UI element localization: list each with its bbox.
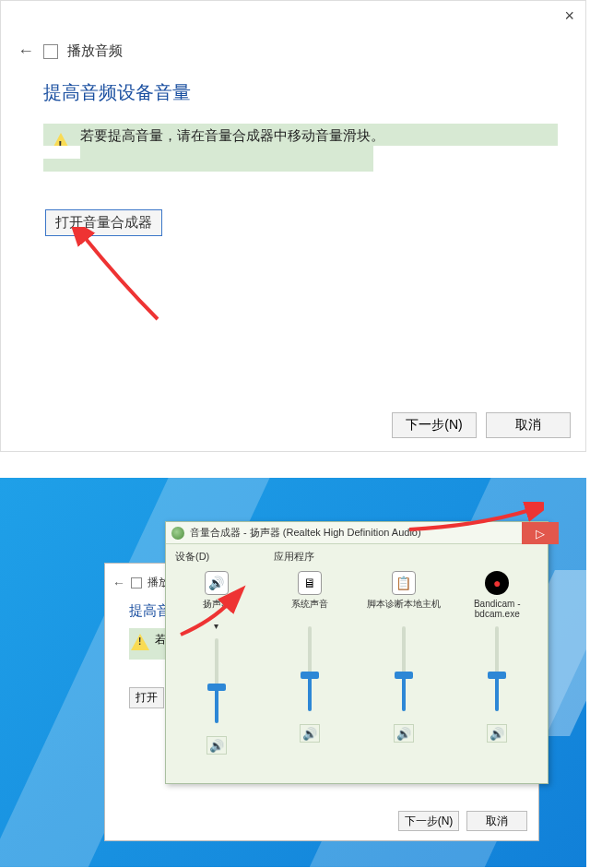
mixer-channel: 📋脚本诊断本地主机🔊 — [367, 571, 441, 755]
dialog-footer: 下一步(N) 取消 — [398, 811, 527, 831]
desktop-scene: ← 播放音 提高音 ! 若 打开 下一步(N) 取消 音量合成器 - 扬声器 (… — [0, 478, 586, 867]
decorative — [43, 146, 80, 159]
open-mixer-button[interactable]: 打开音量合成器 — [45, 209, 162, 236]
annotation-arrow — [56, 227, 176, 328]
mixer-title: 音量合成器 - 扬声器 (Realtek High Definition Aud… — [190, 526, 421, 540]
mute-button[interactable]: 🔊 — [394, 724, 414, 743]
tip-text: 若要提高音量，请在音量合成器中移动音量滑块。 — [80, 127, 384, 145]
section-device-label: 设备(D) — [175, 550, 209, 564]
page-title: 提高音频设备音量 — [43, 80, 558, 105]
section-apps-label: 应用程序 — [274, 550, 314, 564]
next-button[interactable]: 下一步(N) — [392, 412, 477, 438]
volume-slider[interactable] — [308, 626, 312, 711]
dialog-header: ← 播放音频 — [18, 42, 123, 61]
channel-name: 脚本诊断本地主机 — [367, 599, 441, 619]
tip-box: ! 若要提高音量，请在音量合成器中移动音量滑块。 — [43, 124, 558, 172]
channel-name: 系统声音 — [291, 599, 328, 619]
troubleshoot-dialog: × ← 播放音频 提高音频设备音量 ! 若要提高音量，请在音量合成器中移动音量滑… — [0, 0, 586, 452]
volume-slider[interactable] — [402, 626, 406, 711]
speaker-icon[interactable]: 🔊 — [205, 571, 229, 595]
page-icon — [131, 577, 142, 589]
channel-name: Bandicam - bdcam.exe — [460, 599, 534, 619]
cancel-button[interactable]: 取消 — [466, 811, 527, 831]
volume-thumb[interactable] — [207, 684, 226, 691]
channel-name: 扬声器 — [203, 599, 230, 619]
volume-slider[interactable] — [495, 626, 499, 711]
mute-button[interactable]: 🔊 — [300, 724, 320, 743]
volume-mixer-window: 音量合成器 - 扬声器 (Realtek High Definition Aud… — [165, 521, 549, 784]
decorative — [373, 146, 558, 172]
dialog-body: 提高音频设备音量 ! 若要提高音量，请在音量合成器中移动音量滑块。 — [43, 80, 558, 172]
dialog-footer: 下一步(N) 取消 — [392, 412, 571, 438]
bandicam-icon[interactable]: ● — [485, 571, 509, 595]
mixer-channel: 🔊扬声器▾🔊 — [180, 571, 254, 755]
volume-slider[interactable] — [215, 638, 218, 723]
mixer-titlebar[interactable]: 音量合成器 - 扬声器 (Realtek High Definition Aud… — [166, 522, 548, 544]
close-icon[interactable]: × — [564, 6, 574, 26]
script-icon[interactable]: 📋 — [392, 571, 416, 595]
close-button[interactable]: ▷ — [522, 522, 559, 544]
mixer-section-labels: 设备(D) 应用程序 — [166, 544, 548, 565]
mute-button[interactable]: 🔊 — [206, 736, 227, 755]
cancel-button[interactable]: 取消 — [486, 412, 571, 438]
mixer-body: 🔊扬声器▾🔊🖥系统声音🔊📋脚本诊断本地主机🔊●Bandicam - bdcam.… — [166, 565, 548, 764]
volume-thumb[interactable] — [488, 672, 506, 679]
breadcrumb: 播放音频 — [67, 42, 123, 60]
next-button[interactable]: 下一步(N) — [398, 811, 459, 831]
system-sound-icon[interactable]: 🖥 — [298, 571, 322, 595]
volume-thumb[interactable] — [301, 672, 319, 679]
mute-button[interactable]: 🔊 — [487, 724, 507, 743]
page-icon — [43, 44, 58, 59]
back-arrow-icon[interactable]: ← — [18, 42, 34, 61]
open-mixer-button[interactable]: 打开 — [129, 687, 164, 708]
volume-thumb[interactable] — [395, 672, 413, 679]
mixer-app-icon — [171, 527, 184, 540]
back-arrow-icon[interactable]: ← — [112, 576, 125, 590]
mixer-channel: ●Bandicam - bdcam.exe🔊 — [460, 571, 534, 755]
chevron-down-icon[interactable]: ▾ — [214, 621, 218, 631]
warning-exclaim: ! — [138, 636, 141, 647]
mixer-channel: 🖥系统声音🔊 — [273, 571, 347, 755]
